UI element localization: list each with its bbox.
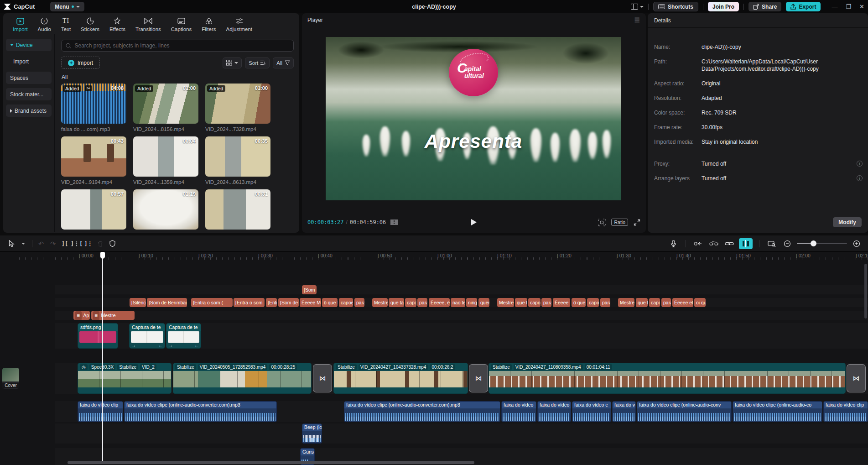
media-item-video[interactable]: 00:35VID_2024...8613.mp4 (205, 136, 270, 185)
text-clip[interactable]: Mestre B (497, 298, 514, 307)
maximize-button[interactable]: ❐ (846, 3, 851, 10)
text-clip[interactable]: oi qu (694, 298, 706, 307)
redo-button[interactable]: ↷ (47, 238, 59, 249)
sidebar-item-import[interactable]: Import (6, 55, 52, 68)
text-clip[interactable]: capoe (405, 298, 416, 307)
media-item-video[interactable]: 00:43VID_2024...9194.mp4 (61, 136, 126, 185)
info-icon[interactable]: i (857, 161, 863, 167)
video-clip[interactable]: ◷Speed0.3XStabilizeVID_2 (78, 363, 172, 394)
delete-button[interactable] (94, 238, 106, 249)
media-item-video[interactable]: 01:19VID_2024...7934.mp4 (133, 189, 198, 233)
text-clip[interactable]: para (354, 298, 364, 307)
player-menu-button[interactable]: ☰ (634, 16, 640, 24)
close-button[interactable]: ✕ (859, 3, 864, 10)
text-clip[interactable]: Êeeee Mestre (300, 298, 321, 307)
info-icon[interactable]: i (857, 175, 863, 181)
split-button[interactable]: ][ (59, 238, 71, 249)
tab-stickers[interactable]: Stickers (76, 16, 104, 33)
text-clip[interactable]: [Silêncio] (130, 298, 146, 307)
text-clip[interactable]: quer (478, 298, 489, 307)
text-clip[interactable]: ô que tá (572, 298, 586, 307)
sticker-clip[interactable]: Captura de te→← (166, 323, 201, 349)
text-clip[interactable]: que tá d (389, 298, 404, 307)
view-mode-button[interactable] (223, 57, 242, 68)
text-clip[interactable]: para (417, 298, 427, 307)
share-button[interactable]: Share (748, 2, 781, 11)
audio-clip[interactable]: faixa do vídeo c (572, 401, 611, 422)
split-left-button[interactable]: ]⋮[ (71, 238, 83, 249)
playhead-handle[interactable] (100, 252, 105, 259)
transition-chip[interactable]: ⋈ (469, 364, 488, 392)
text-clip[interactable]: Mestre B (618, 298, 634, 307)
video-clip[interactable]: StabilizeVID_20240427_110809358.mp400:01… (489, 363, 846, 394)
tab-import[interactable]: Import (8, 16, 33, 33)
text-clip[interactable]: para (661, 298, 671, 307)
sidebar-item-stock-mater-[interactable]: Stock mater... (6, 88, 52, 100)
text-clip[interactable]: não tem (451, 298, 465, 307)
text-clip[interactable]: ô que tá (322, 298, 338, 307)
text-clip[interactable]: que tá (515, 298, 527, 307)
play-button[interactable] (471, 219, 477, 225)
frame-list-icon[interactable] (390, 219, 398, 225)
text-clip[interactable]: [Entra o som (234, 298, 265, 307)
tab-effects[interactable]: Effects (104, 16, 130, 33)
tab-captions[interactable]: Captions (166, 16, 197, 33)
audio-clip[interactable]: faixa do v (612, 401, 636, 422)
shortcuts-button[interactable]: Shortcuts (653, 2, 698, 11)
zoom-in-button[interactable] (851, 238, 863, 249)
audio-clip[interactable]: faixa do vídeo clipe (online-audio-conve… (124, 401, 277, 422)
media-item-video[interactable]: Added01:00VID_2024...7328.mp4 (205, 84, 270, 132)
horizontal-scrollbar[interactable] (68, 461, 474, 464)
audio-clip[interactable]: faixa do vídeo clipe (online-audio-co (733, 401, 822, 422)
text-clip[interactable]: [Som de Berimbau] (147, 298, 187, 307)
text-clip[interactable]: Êeeee Mes (553, 298, 570, 307)
zoom-out-button[interactable] (781, 238, 793, 249)
video-clip[interactable]: StabilizeVID_20240427_104337328.mp400:00… (333, 363, 468, 394)
zoom-slider-knob[interactable] (811, 240, 816, 246)
record-voiceover-button[interactable] (667, 238, 679, 249)
preview-axis-toggle[interactable] (739, 238, 753, 249)
join-pro-button[interactable]: Join Pro (708, 2, 739, 11)
text-clip[interactable]: Êeeee ele t (672, 298, 693, 307)
undo-button[interactable]: ↶ (35, 238, 47, 249)
modify-button[interactable]: Modify (833, 217, 862, 227)
playhead[interactable] (102, 252, 103, 461)
tab-audio[interactable]: ♪Audio (33, 16, 56, 33)
text-clip[interactable]: ≣Ap (73, 311, 90, 320)
audio-clip[interactable]: faixa do vídeo clipe (online-audio-conve… (344, 401, 500, 422)
audio-clip[interactable]: Beep (lo (302, 423, 322, 444)
timeline-ruler[interactable]: | 00:00| 00:10| 00:20| 00:30| 00:40| 00:… (0, 252, 868, 261)
audio-clip[interactable]: faixa do vídeo (501, 401, 536, 422)
search-input[interactable] (74, 42, 289, 49)
text-clip[interactable]: [Entra o som ( (191, 298, 233, 307)
text-clip[interactable]: Mestre (372, 298, 388, 307)
text-clip[interactable]: [Som de (278, 298, 299, 307)
audio-clip[interactable]: faixa do vídeo (537, 401, 571, 422)
tab-filters[interactable]: Filters (197, 16, 221, 33)
menu-button[interactable]: Menu (50, 2, 84, 11)
filter-button[interactable]: All (273, 57, 294, 68)
timeline-zoom-slider[interactable] (797, 238, 847, 249)
media-item-video[interactable]: 00:57VID_2024...8827.mp4 (61, 189, 126, 233)
keyframe-button[interactable] (692, 238, 704, 249)
text-clip[interactable]: ningu (466, 298, 477, 307)
tab-transitions[interactable]: Transitions (130, 16, 166, 33)
text-clip[interactable]: capo (649, 298, 660, 307)
focus-icon[interactable] (598, 219, 606, 226)
cursor-tool-dropdown[interactable] (17, 238, 29, 249)
media-item-video[interactable]: Added01:00VID_2024...8156.mp4 (133, 84, 198, 132)
text-clip[interactable]: que tá (636, 298, 648, 307)
text-clip[interactable]: capoe (528, 298, 541, 307)
transition-chip[interactable]: ⋈ (313, 364, 332, 392)
split-right-button[interactable]: ]⋮ (83, 238, 94, 249)
text-clip[interactable]: [Som (302, 285, 317, 294)
media-item-audio[interactable]: Added✂04:08faixa do ....com).mp3 (61, 84, 126, 132)
tab-adjustment[interactable]: Adjustment (221, 16, 258, 33)
sidebar-item-spaces[interactable]: Spaces (6, 72, 52, 84)
audio-clip[interactable]: faixa do vídeo clip (78, 401, 123, 422)
video-clip[interactable]: StabilizeVID_20240505_172852983.mp400:00… (173, 363, 312, 394)
text-clip[interactable]: ≣Mestre (91, 311, 135, 320)
video-preview[interactable]: C apital ultural Apresenta (326, 37, 621, 200)
transition-chip[interactable]: ⋈ (847, 364, 866, 392)
tab-text[interactable]: TIText (56, 16, 76, 33)
